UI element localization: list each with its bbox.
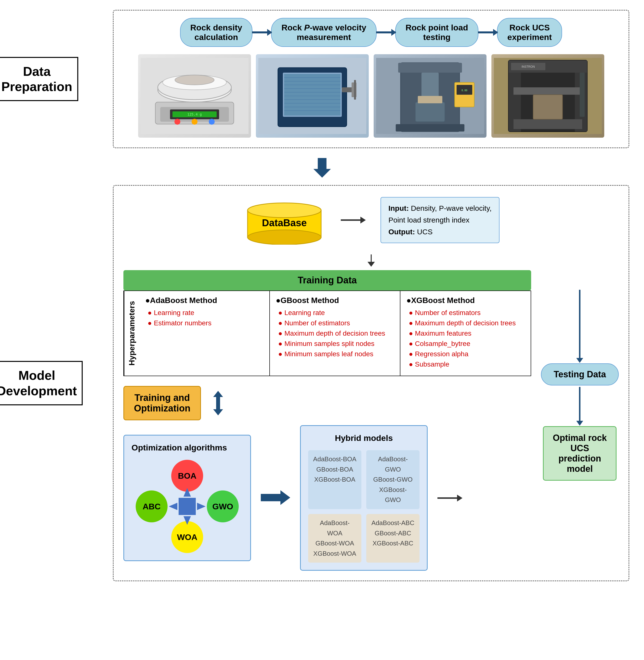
abc-circle: ABC xyxy=(136,491,167,522)
hyper-col-xgboost: ●XGBoost Method Number of estimators Max… xyxy=(400,291,530,375)
svg-point-6 xyxy=(175,75,214,85)
svg-marker-60 xyxy=(213,409,223,415)
training-data-box: Training Data xyxy=(123,270,531,291)
gboost-item-5: Minimum samples leaf nodes xyxy=(276,350,394,358)
optimal-model-box: Optimal rock UCSprediction model xyxy=(543,426,617,481)
hybrid-cell-woa: AdaBoost-WOAGBoost-WOAXGBoost-WOA xyxy=(308,514,361,563)
svg-rect-34 xyxy=(415,102,445,122)
data-prep-section: Rock densitycalculation Rock P-wave velo… xyxy=(113,10,629,148)
hybrid-cell-gwo: AdaBoost-GWOGBoost-GWOXGBoost-GWO xyxy=(366,450,419,509)
adaboost-header: ●AdaBoost Method xyxy=(145,296,263,305)
arrow-head xyxy=(361,217,366,224)
testing-data-bubble: Testing Data xyxy=(541,363,619,385)
svg-text:INSTRON: INSTRON xyxy=(522,65,535,68)
gboost-item-4: Minimum samples split nodes xyxy=(276,340,394,348)
hybrid-models-title: Hybrid models xyxy=(308,433,419,443)
xgboost-item-6: Subsample xyxy=(406,360,525,368)
model-dev-wrapper: ModelDevelopment DataBase xyxy=(15,185,629,581)
horiz-arrow-line xyxy=(437,497,457,499)
svg-rect-59 xyxy=(216,397,220,409)
data-prep-wrapper: DataPreparation Rock densitycalculation … xyxy=(15,10,629,148)
flow-arrow-2 xyxy=(376,31,396,33)
svg-rect-32 xyxy=(398,63,462,73)
svg-point-12 xyxy=(209,119,215,124)
database-container: DataBase xyxy=(243,196,326,245)
svg-text:0.00: 0.00 xyxy=(461,89,467,92)
flow-step-4: Rock UCSexperiment xyxy=(497,18,562,47)
photo-device xyxy=(256,54,369,138)
db-to-io-arrow xyxy=(341,217,366,224)
train-opt-row: Training andOptimization xyxy=(123,386,531,420)
training-side-layout: Training Data Hyperparameters ●AdaBoost … xyxy=(123,270,619,571)
hyperparameters-wrapper: Hyperparameters ●AdaBoost Method Learnin… xyxy=(123,291,531,376)
training-main: Training Data Hyperparameters ●AdaBoost … xyxy=(123,270,531,571)
svg-marker-66 xyxy=(261,490,290,505)
flow-arrow-1 xyxy=(252,31,272,33)
db-to-training-arrow xyxy=(123,254,619,268)
svg-rect-46 xyxy=(513,87,582,95)
photo-scale: 125.4 g xyxy=(138,54,251,138)
hybrid-to-optimal-arrow xyxy=(437,495,462,501)
hybrid-grid: AdaBoost-BOAGBoost-BOAXGBoost-BOA AdaBoo… xyxy=(308,450,419,563)
arrow-line xyxy=(341,219,361,221)
side-col: Testing Data Optimal rock UCSprediction … xyxy=(541,270,619,481)
hybrid-cell-boa: AdaBoost-BOAGBoost-BOAXGBoost-BOA xyxy=(308,450,361,509)
hyper-col-gboost: ●GBoost Method Learning rate Number of e… xyxy=(270,291,400,375)
xgboost-item-2: Maximum depth of decision trees xyxy=(406,319,525,327)
input-output-box: Input: Density, P-wave velocity,Point lo… xyxy=(381,197,500,243)
flow-steps-row: Rock densitycalculation Rock P-wave velo… xyxy=(121,18,621,47)
xgboost-item-4: Colsample_bytree xyxy=(406,340,525,348)
svg-text:125.4 g: 125.4 g xyxy=(187,112,202,116)
horiz-arrow-head xyxy=(457,495,462,501)
flow-step-3: Rock point loadtesting xyxy=(395,18,478,47)
training-opt-box: Training andOptimization xyxy=(123,386,201,420)
xgboost-header: ●XGBoost Method xyxy=(406,296,525,305)
vert-line-testing xyxy=(579,290,580,359)
optimization-title: Optimization algorithms xyxy=(132,443,243,452)
svg-marker-63 xyxy=(184,516,191,525)
center-square-container xyxy=(174,493,201,520)
data-prep-label-container: DataPreparation xyxy=(15,10,59,148)
gboost-item-3: Maximum depth of decision trees xyxy=(276,329,394,337)
photo-ucs: INSTRON xyxy=(491,54,604,138)
output-label: Output: xyxy=(388,228,417,236)
svg-marker-57 xyxy=(368,262,375,267)
section-separator-arrow xyxy=(15,158,629,178)
svg-marker-65 xyxy=(197,503,206,510)
output-value: UCS xyxy=(417,228,433,236)
double-arrow-vertical xyxy=(211,391,226,415)
flow-step-1: Rock densitycalculation xyxy=(180,18,253,47)
svg-rect-45 xyxy=(513,119,582,129)
gboost-item-1: Learning rate xyxy=(276,309,394,317)
adaboost-item-2: Estimator numbers xyxy=(145,319,263,327)
svg-point-11 xyxy=(191,119,198,124)
svg-point-53 xyxy=(248,230,321,245)
model-dev-label-container: ModelDevelopment xyxy=(15,185,59,581)
vert-line-optimal xyxy=(579,387,580,421)
flow-arrow-3 xyxy=(478,31,498,33)
svg-rect-39 xyxy=(396,124,464,132)
model-dev-label: ModelDevelopment xyxy=(0,361,83,405)
database-shape: DataBase xyxy=(243,196,326,245)
input-label: Input: xyxy=(388,204,411,212)
svg-marker-51 xyxy=(313,158,331,178)
svg-rect-16 xyxy=(284,74,341,116)
photos-row: 125.4 g xyxy=(121,54,621,138)
svg-rect-47 xyxy=(533,95,562,119)
xgboost-item-1: Number of estimators xyxy=(406,309,525,317)
optimization-box: Optimization algorithms BOA ABC GWO WO xyxy=(123,435,251,561)
svg-rect-35 xyxy=(418,96,442,103)
bottom-row: Optimization algorithms BOA ABC GWO WO xyxy=(123,425,531,571)
page-container: DataPreparation Rock densitycalculation … xyxy=(0,0,644,660)
gwo-circle: GWO xyxy=(207,491,239,522)
svg-point-54 xyxy=(248,203,321,218)
svg-marker-62 xyxy=(184,488,191,497)
photo-pointload: 0.00 xyxy=(374,54,486,138)
xgboost-item-5: Regression alpha xyxy=(406,350,525,358)
svg-marker-64 xyxy=(169,503,177,510)
svg-rect-50 xyxy=(580,73,584,117)
svg-point-10 xyxy=(175,119,180,124)
hyper-col-adaboost: ●AdaBoost Method Learning rate Estimator… xyxy=(139,291,270,375)
gboost-item-2: Number of estimators xyxy=(276,319,394,327)
vert-arrow-testing xyxy=(576,358,583,363)
